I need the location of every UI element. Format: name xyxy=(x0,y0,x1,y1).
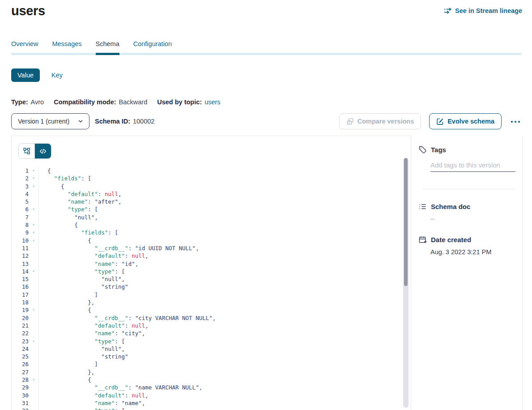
version-actions: Compare versions Evolve schema xyxy=(339,113,521,129)
line-number: 31 xyxy=(12,399,29,407)
code-line: 10▾ { xyxy=(12,237,402,244)
line-number: 12 xyxy=(12,252,29,260)
topic-link[interactable]: users xyxy=(204,98,220,106)
line-number: 9 xyxy=(12,229,29,236)
tab-overview[interactable]: Overview xyxy=(11,40,38,55)
schema-meta-row: Type: Avro Compatibility mode: Backward … xyxy=(11,98,221,106)
type-value: Avro xyxy=(31,98,44,106)
fold-toggle-icon[interactable]: ▾ xyxy=(29,407,38,410)
line-number: 11 xyxy=(12,244,29,252)
code-line: 29 "__crdb__": "name VARCHAR NULL", xyxy=(12,384,402,391)
code-line: 32▾ "type": [ xyxy=(12,407,402,410)
code-text: }, xyxy=(38,368,94,376)
fold-spacer xyxy=(29,314,38,322)
code-line: 1▾{ xyxy=(12,167,402,175)
calendar-plus-icon xyxy=(418,235,427,244)
evolve-schema-button[interactable]: Evolve schema xyxy=(429,113,502,129)
fold-toggle-icon[interactable]: ▾ xyxy=(29,205,38,213)
code-lines: 1▾{2▾ "fields": [3▾ {4 "default": null,5… xyxy=(12,167,402,410)
schema-page: users See in Stream lineage Overview Mes… xyxy=(0,0,532,410)
code-text: { xyxy=(38,237,91,244)
line-number: 23 xyxy=(12,337,29,345)
code-line: 21 "default": null, xyxy=(12,322,402,329)
fold-spacer xyxy=(29,214,38,221)
sidebar-divider xyxy=(423,189,515,189)
fold-toggle-icon[interactable]: ▾ xyxy=(29,183,38,190)
version-select-value: Version 1 (current) xyxy=(18,118,69,125)
tree-view-button[interactable] xyxy=(19,144,35,158)
code-text: "null", xyxy=(38,214,98,221)
tab-configuration[interactable]: Configuration xyxy=(133,40,172,55)
fold-toggle-icon[interactable]: ▾ xyxy=(29,167,38,175)
code-view-button[interactable] xyxy=(35,144,51,158)
code-line: 28▾ { xyxy=(12,376,402,384)
code-text: "type": [ xyxy=(38,268,125,275)
code-text: "type": [ xyxy=(38,205,98,213)
fold-spacer xyxy=(29,384,38,391)
fold-toggle-icon[interactable]: ▾ xyxy=(29,337,38,345)
meta-used-by-topic: Used by topic: users xyxy=(157,98,220,106)
value-toggle-button[interactable]: Value xyxy=(11,68,40,82)
page-title: users xyxy=(11,4,45,18)
fold-toggle-icon[interactable]: ▾ xyxy=(29,229,38,236)
code-text: "__crdb__": "city VARCHAR NOT NULL", xyxy=(38,314,216,322)
line-number: 32 xyxy=(12,407,29,410)
fold-spacer xyxy=(29,198,38,205)
line-number: 8 xyxy=(12,221,29,229)
line-number: 25 xyxy=(12,353,29,360)
fold-spacer xyxy=(29,283,38,290)
line-number: 30 xyxy=(12,392,29,399)
see-in-stream-lineage-link[interactable]: See in Stream lineage xyxy=(443,7,522,15)
compare-versions-button[interactable]: Compare versions xyxy=(339,113,421,129)
code-line: 22 "name": "city", xyxy=(12,329,402,337)
tree-view-icon xyxy=(23,147,30,155)
code-line: 11 "__crdb__": "id UUID NOT NULL", xyxy=(12,244,402,252)
tab-schema[interactable]: Schema xyxy=(96,40,119,55)
fold-toggle-icon[interactable]: ▾ xyxy=(29,306,38,314)
line-number: 22 xyxy=(12,329,29,337)
line-number: 13 xyxy=(12,260,29,268)
tag-icon xyxy=(418,145,427,154)
schema-id-label: Schema ID: xyxy=(95,118,130,125)
code-text: "fields": [ xyxy=(38,229,118,236)
fold-toggle-icon[interactable]: ▾ xyxy=(29,221,38,229)
tab-messages[interactable]: Messages xyxy=(52,40,81,55)
tags-section-heading: Tags xyxy=(418,145,515,154)
fold-toggle-icon[interactable]: ▾ xyxy=(29,376,38,384)
version-select[interactable]: Version 1 (current) xyxy=(11,113,89,129)
line-number: 18 xyxy=(12,299,29,306)
date-created-heading: Date created xyxy=(418,235,515,244)
fold-spacer xyxy=(29,399,38,407)
code-line: 23▾ "type": [ xyxy=(12,337,402,345)
line-number: 29 xyxy=(12,384,29,391)
more-options-button[interactable] xyxy=(510,116,521,127)
lineage-link-label: See in Stream lineage xyxy=(455,7,522,14)
code-line: 15 "null", xyxy=(12,275,402,283)
fold-toggle-icon[interactable]: ▾ xyxy=(29,268,38,275)
line-number: 24 xyxy=(12,345,29,353)
type-label: Type: xyxy=(11,98,28,106)
fold-toggle-icon[interactable]: ▾ xyxy=(29,237,38,244)
compatibility-value: Backward xyxy=(119,98,148,106)
code-line: 30 "default": null, xyxy=(12,392,402,399)
fold-toggle-icon[interactable]: ▾ xyxy=(29,175,38,182)
fold-spacer xyxy=(29,252,38,260)
add-tags-input[interactable] xyxy=(430,160,515,172)
code-scrollbar-thumb[interactable] xyxy=(404,158,408,286)
code-line: 20 "__crdb__": "city VARCHAR NOT NULL", xyxy=(12,314,402,322)
schema-sidebar: Tags Schema doc -- Date created xyxy=(411,136,523,410)
fold-spacer xyxy=(29,345,38,353)
compatibility-label: Compatibility mode: xyxy=(54,98,116,106)
code-scrollbar-track[interactable] xyxy=(403,158,409,408)
key-toggle-button[interactable]: Key xyxy=(51,72,63,79)
fold-spacer xyxy=(29,360,38,368)
code-text: "string" xyxy=(38,283,128,290)
fold-spacer xyxy=(29,190,38,198)
fold-spacer xyxy=(29,275,38,283)
line-number: 5 xyxy=(12,198,29,205)
code-line: 4 "default": null, xyxy=(12,190,402,198)
code-text: "string" xyxy=(38,353,128,360)
line-number: 15 xyxy=(12,275,29,283)
line-number: 20 xyxy=(12,314,29,322)
line-number: 4 xyxy=(12,190,29,198)
